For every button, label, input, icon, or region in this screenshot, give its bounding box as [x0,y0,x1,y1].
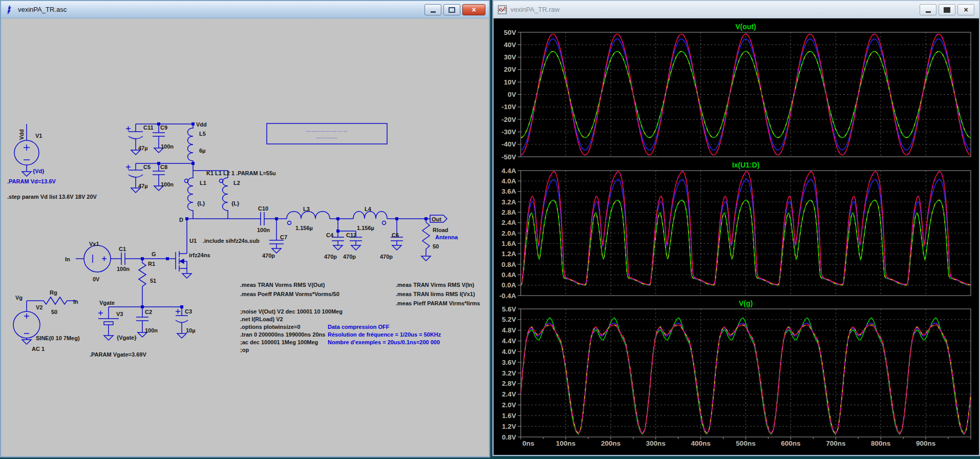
y-tick-label: -50V [501,153,516,161]
c7-capacitor-symbol[interactable] [269,219,284,248]
value-l2: {L} [231,200,240,206]
schematic-drawing: VddV1{Vd}.PARAM Vd=13.6V.step param Vd l… [1,18,489,456]
label-l3: L3 [303,206,310,212]
waveform-window-titlebar[interactable]: vexinPA_TR.raw × [494,1,979,18]
y-tick-label: -30V [501,128,516,136]
y-tick-label: 1.2V [502,423,516,430]
rload-resistor-symbol[interactable] [422,219,430,256]
x-tick-label: 400ns [691,440,710,447]
c10-capacitor-symbol[interactable] [261,212,264,225]
label-c7: C7 [280,234,287,240]
y-tick-label: 2.0V [502,401,516,409]
ltspice-icon[interactable] [5,5,14,14]
waveform-icon-glyph [498,5,507,14]
info-box [267,123,387,144]
y-tick-label: 40V [504,41,516,49]
vx1-source-symbol[interactable] [84,245,111,272]
maximize-icon [944,7,950,13]
close-button[interactable]: × [957,4,974,15]
value-rg: 50 [51,309,57,315]
value-v2: SINE(0 10 7Meg) [36,335,80,341]
directive-ac: ;ac dec 100001 1Meg 100Meg [240,339,318,345]
maximize-button[interactable] [939,4,955,15]
flag-vdd-v1: Vdd [18,129,25,140]
plot-panel-V(out): 50V40V30V20V10V0V-10V-20V-30V-40V-50VV(o… [501,23,971,161]
comment-compression: Data compression OFF [328,324,390,330]
ground-icon [22,172,31,176]
label-rg: Rg [50,289,57,296]
r1-resistor-symbol[interactable] [139,259,146,307]
value-c2: 100n [145,327,158,333]
ground-icon [333,245,343,250]
schematic-labels: VddV1{Vd}.PARAM Vd=13.6V.step param Vd l… [7,121,480,358]
label-l4: L4 [365,206,372,212]
value-u1: irfz24ns [189,252,210,258]
label-r1: R1 [148,261,155,267]
l4-inductor-symbol[interactable] [353,212,387,219]
minimize-button[interactable] [920,4,936,15]
label-u1: U1 [189,238,197,244]
maximize-button[interactable] [443,4,460,15]
value-c6: 470p [380,254,393,260]
label-vx1: Vx1 [89,241,99,247]
close-button[interactable]: × [462,4,485,15]
y-tick-label: -40V [501,140,516,148]
waveform-window-controls: × [920,4,974,15]
y-tick-label: 4.8V [502,326,516,334]
schematic-canvas[interactable]: VddV1{Vd}.PARAM Vd=13.6V.step param Vd l… [1,18,489,456]
y-tick-label: 3.2A [501,198,516,206]
l5-inductor-symbol[interactable] [188,124,194,163]
y-tick-label: 50V [504,29,516,36]
label-c1: C1 [119,246,126,252]
label-c12: C12 [346,232,356,238]
waveform-icon[interactable] [498,5,507,14]
x-tick-label: 800ns [871,440,890,447]
y-tick-label: 0.8A [501,261,516,268]
x-tick-label: 300ns [646,440,666,447]
waveform-plots: 50V40V30V20V10V0V-10V-20V-30V-40V-50VV(o… [494,18,979,455]
y-tick-label: 0V [507,91,516,98]
y-tick-label: 2.4V [502,390,516,398]
plot-panel-V(g): 5.6V5.2V4.8V4.4V4.0V3.6V3.2V2.8V2.4V2.0V… [502,299,971,447]
y-tick-label: 10V [504,78,516,86]
minimize-icon [431,11,436,13]
x-tick-label: 500ns [736,440,755,447]
value-rload: 50 [433,243,439,249]
u1-mosfet-symbol[interactable] [167,219,187,274]
y-tick-label: 3.2V [502,369,516,377]
minimize-button[interactable] [424,4,441,15]
l2-inductor-symbol[interactable] [223,178,228,219]
flag-vgate: Vgate [99,300,115,306]
plot-canvas[interactable]: 50V40V30V20V10V0V-10V-20V-30V-40V-50VV(o… [494,18,979,455]
value-l5: 6µ [199,148,205,154]
directive-tran: .tran 0 200000ns 199000ns 20ns [240,331,325,338]
value-l3: 1.156µ [295,225,313,231]
y-tick-label: 4.0A [501,177,516,185]
x-tick-label: 200ns [601,440,621,447]
label-rload: Rload [433,227,449,233]
minimize-icon [926,11,931,13]
maximize-icon [449,7,455,13]
rg-resistor-symbol[interactable] [27,297,77,304]
value-v3: {Vgate} [117,335,137,341]
c1-capacitor-symbol[interactable] [111,253,167,265]
ground-icon [392,245,401,250]
y-tick-label: 0.0A [501,281,516,289]
y-tick-label: 5.2V [502,316,516,323]
waveform-window: vexinPA_TR.raw × 50V40V30V20V10V0V-10V-2… [493,0,980,456]
y-tick-label: -10V [501,103,516,111]
l1-inductor-symbol[interactable] [188,163,194,219]
directive-param-vd: .PARAM Vd=13.6V [7,178,56,184]
directive-k1: K1 L1 L2 1 .PARAM L=55u [206,170,276,176]
v3-battery-symbol[interactable] [98,307,119,336]
value-l4: 1.156µ [357,225,374,231]
plot-title-V(g): V(g) [739,299,753,307]
v1-source-symbol[interactable] [14,140,39,165]
label-c2: C2 [145,309,152,315]
l3-inductor-symbol[interactable] [287,212,330,219]
comment-samples: Nombre d'exemples = 20us/0.1ns=200 000 [328,339,440,345]
directive-noise: ;noise V(Out) V2 dec 10001 10 100Meg [240,308,343,315]
value-l1: {L} [197,200,205,206]
directive-net: .net I(RLoad) V2 [240,316,283,322]
schematic-window-titlebar[interactable]: vexinPA_TR.asc × [1,1,489,18]
